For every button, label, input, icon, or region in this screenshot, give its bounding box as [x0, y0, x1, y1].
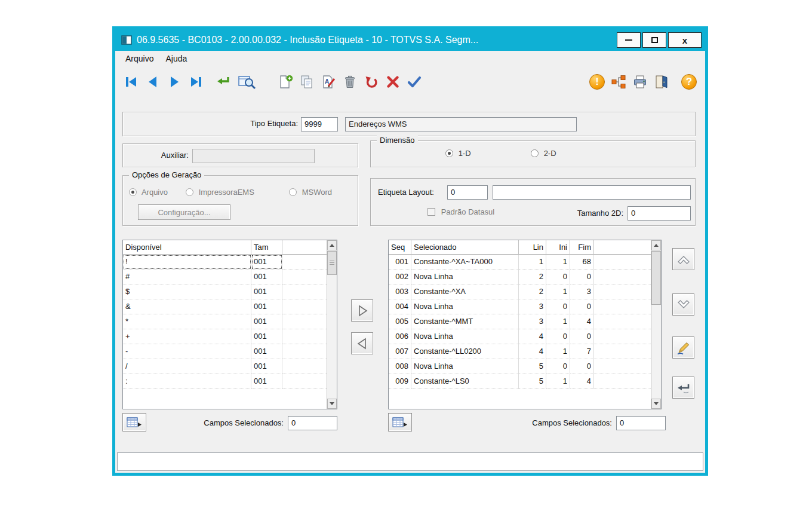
- scroll-down-button[interactable]: [651, 399, 661, 409]
- tamanho-2d-label: Tamanho 2D:: [562, 209, 623, 218]
- create-record-button[interactable]: [275, 71, 296, 93]
- table-row[interactable]: 008 Nova Linha 5 0 0: [389, 359, 651, 374]
- list-item[interactable]: ! 001: [123, 255, 327, 270]
- move-down-button[interactable]: [672, 293, 694, 316]
- selected-goto-button[interactable]: [388, 413, 412, 432]
- move-up-button[interactable]: [672, 248, 694, 270]
- exit-button[interactable]: [651, 71, 672, 93]
- radio-impressoraems[interactable]: ImpressoraEMS: [186, 188, 254, 197]
- tamanho-2d-input[interactable]: 0: [628, 206, 691, 221]
- print-button[interactable]: [630, 71, 650, 93]
- table-row[interactable]: 006 Nova Linha 4 0 0: [389, 329, 651, 344]
- add-selected-button[interactable]: [351, 299, 373, 322]
- default-values-button[interactable]: [672, 377, 694, 399]
- etiqueta-layout-input[interactable]: 0: [447, 185, 488, 200]
- first-record-button[interactable]: [121, 71, 142, 93]
- column-header: Lin: [519, 240, 546, 255]
- table-row[interactable]: 003 Constante-^XA 2 1 3: [389, 284, 651, 299]
- edit-item-button[interactable]: [672, 336, 694, 359]
- configuracao-button[interactable]: Configuração...: [138, 204, 230, 220]
- table-row[interactable]: 004 Nova Linha 3 0 0: [389, 299, 651, 314]
- return-arrow-icon: [676, 380, 691, 396]
- radio-1d-icon: [445, 149, 453, 157]
- copy-record-button[interactable]: [297, 71, 317, 93]
- last-record-icon: [188, 74, 204, 90]
- edit-icon: A: [321, 74, 336, 90]
- list-item[interactable]: # 001: [123, 270, 327, 284]
- available-campos-value[interactable]: 0: [288, 416, 337, 430]
- scroll-up-button[interactable]: [651, 240, 661, 250]
- previous-record-button[interactable]: [143, 71, 163, 93]
- next-record-button[interactable]: [164, 71, 184, 93]
- table-row[interactable]: 005 Constante-^MMT 3 1 4: [389, 314, 651, 329]
- list-item[interactable]: - 001: [123, 344, 327, 359]
- go-to-button[interactable]: [213, 71, 233, 93]
- radio-impressoraems-icon: [186, 188, 193, 196]
- auxiliar-label: Auxiliar:: [135, 151, 189, 160]
- delete-record-button[interactable]: [340, 71, 360, 93]
- column-header: Tam: [251, 240, 282, 255]
- menu-ajuda[interactable]: Ajuda: [160, 52, 192, 65]
- scroll-thumb[interactable]: [651, 251, 661, 305]
- desktop: 06.9.5635 - BC0103 - 2.00.00.032 - Inclu…: [0, 0, 812, 508]
- table-icon: [127, 417, 142, 428]
- available-goto-button[interactable]: [122, 413, 146, 432]
- close-button[interactable]: x: [668, 32, 702, 48]
- opcoes-geracao-group: Opções de Geração Arquivo ImpressoraEMS …: [122, 175, 358, 226]
- undo-icon: [364, 74, 379, 90]
- zoom-button[interactable]: [235, 71, 260, 93]
- help-button[interactable]: ?: [679, 71, 699, 93]
- padrao-datasul-checkbox[interactable]: Padrão Datasul: [427, 207, 494, 216]
- column-header: Selecionado: [411, 240, 519, 255]
- auxiliar-input[interactable]: [192, 149, 315, 163]
- table-row[interactable]: 001 Constante-^XA~TA000 1 1 68: [389, 255, 651, 270]
- list-item[interactable]: & 001: [123, 299, 327, 314]
- list-item[interactable]: $ 001: [123, 284, 327, 299]
- check-icon: [407, 74, 422, 90]
- undo-button[interactable]: [361, 71, 382, 93]
- minimize-button[interactable]: [617, 32, 641, 48]
- question-icon: ?: [681, 74, 697, 90]
- menu-arquivo[interactable]: Arquivo: [120, 52, 159, 65]
- structure-button[interactable]: [608, 71, 629, 93]
- list-item[interactable]: / 001: [123, 359, 327, 374]
- edit-record-button[interactable]: A: [318, 71, 339, 93]
- list-item[interactable]: + 001: [123, 329, 327, 344]
- table-row[interactable]: 007 Constante-^LL0200 4 1 7: [389, 344, 651, 359]
- cancel-button[interactable]: [383, 71, 403, 93]
- selected-scrollbar[interactable]: [651, 240, 661, 409]
- radio-msword[interactable]: MSWord: [289, 188, 332, 197]
- list-item[interactable]: * 001: [123, 314, 327, 329]
- alert-button[interactable]: !: [587, 71, 607, 93]
- radio-arquivo[interactable]: Arquivo: [129, 188, 168, 197]
- scroll-thumb[interactable]: [327, 251, 337, 275]
- tipo-etiqueta-group: Tipo Etiqueta: 9999 Endereços WMS: [122, 112, 696, 136]
- radio-2d[interactable]: 2-D: [531, 149, 556, 158]
- etiqueta-layout-label: Etiqueta Layout:: [378, 188, 434, 197]
- selected-list-header: Seq Selecionado Lin Ini Fim: [389, 240, 651, 255]
- selected-campos-value[interactable]: 0: [616, 416, 666, 430]
- trash-icon: [342, 74, 358, 90]
- maximize-button[interactable]: [642, 32, 666, 48]
- list-item[interactable]: : 001: [123, 374, 327, 389]
- scroll-down-button[interactable]: [327, 399, 337, 409]
- available-scrollbar[interactable]: [327, 240, 337, 409]
- title-bar[interactable]: 06.9.5635 - BC0103 - 2.00.00.032 - Inclu…: [115, 29, 705, 51]
- table-row[interactable]: 002 Nova Linha 2 0 0: [389, 270, 651, 284]
- checkbox-icon: [427, 208, 435, 216]
- selected-campos-label: Campos Selecionados:: [509, 418, 612, 427]
- new-document-icon: [278, 74, 293, 90]
- triangle-down-icon: [330, 402, 334, 405]
- table-icon: [392, 417, 408, 428]
- etiqueta-layout-description: [493, 185, 691, 200]
- tipo-etiqueta-input[interactable]: 9999: [301, 117, 338, 131]
- confirm-button[interactable]: [404, 71, 425, 93]
- next-record-icon: [167, 74, 182, 90]
- radio-1d[interactable]: 1-D: [445, 149, 471, 158]
- door-icon: [654, 74, 669, 90]
- scroll-up-button[interactable]: [327, 240, 337, 250]
- last-record-button[interactable]: [186, 71, 206, 93]
- table-row[interactable]: 009 Constante-^LS0 5 1 4: [389, 374, 651, 389]
- pencil-icon: [676, 340, 691, 356]
- remove-selected-button[interactable]: [351, 332, 373, 354]
